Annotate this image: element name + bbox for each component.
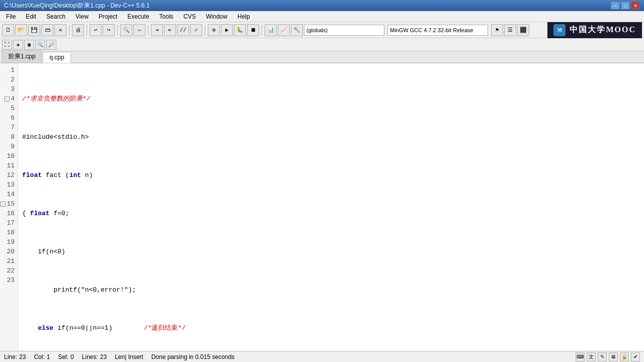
replace-button[interactable]: ↔ xyxy=(133,24,145,36)
status-icon-5[interactable]: 🔒 xyxy=(620,352,629,361)
logo-area: M 中国大学MOOC xyxy=(547,22,642,38)
close-button[interactable]: ✕ xyxy=(631,2,640,10)
compiler-dropdown[interactable]: MinGW GCC 4.7.2 32-bit Release xyxy=(387,25,488,36)
ln-14: 14 xyxy=(0,190,18,199)
len-insert-text: Len| Insert xyxy=(115,353,143,360)
tab-qcpp[interactable]: q.cpp xyxy=(43,52,70,63)
line-value: 23 xyxy=(19,353,26,360)
print-button[interactable]: 🖨 xyxy=(72,24,84,36)
redo-button[interactable]: ↪ xyxy=(103,24,115,36)
lines-label: Lines: xyxy=(82,353,98,360)
status-line: Line: 23 xyxy=(4,353,26,360)
status-icon-6[interactable]: ✔ xyxy=(631,352,640,361)
col-value: 1 xyxy=(47,353,50,360)
indent-button[interactable]: ⇥ xyxy=(151,24,163,36)
ln-16: 16 xyxy=(0,209,18,218)
code-line-4: { float f=0; xyxy=(22,209,640,218)
status-icon-2[interactable]: 文 xyxy=(587,352,596,361)
compile-button[interactable]: ⚙ xyxy=(208,24,220,36)
ln-19: 19 xyxy=(0,237,18,247)
tool1-button[interactable]: 🔧 xyxy=(291,24,303,36)
status-bar: Line: 23 Col: 1 Sel: 0 Lines: 23 Len| In… xyxy=(0,351,644,362)
new-button[interactable]: 🗋 xyxy=(2,24,14,36)
stop-button[interactable]: ⏹ xyxy=(247,24,259,36)
undo-button[interactable]: ↩ xyxy=(90,24,102,36)
fold-15[interactable]: − xyxy=(1,202,6,207)
ln-3: 3 xyxy=(0,84,18,94)
code-area[interactable]: /*求非负整数的阶乘*/ #include<stdio.h> float fac… xyxy=(18,63,644,351)
ln-1: 1 xyxy=(0,65,18,75)
done-text: Done parsing in 0.015 seconds xyxy=(151,353,234,360)
status-icon-3[interactable]: ✎ xyxy=(598,352,607,361)
run-button[interactable]: ▶ xyxy=(221,24,233,36)
debug-button[interactable]: 🐛 xyxy=(234,24,246,36)
unindent-button[interactable]: ⇤ xyxy=(164,24,176,36)
ln-5: 5 xyxy=(0,104,18,113)
logo-text: 中国大学MOOC xyxy=(570,25,636,35)
menu-help[interactable]: Help xyxy=(233,12,254,21)
status-lines: Lines: 23 xyxy=(82,353,107,360)
menu-search[interactable]: Search xyxy=(42,12,69,21)
separator-4 xyxy=(148,25,148,36)
ln-9: 9 xyxy=(0,142,18,151)
status-col: Col: 1 xyxy=(34,353,50,360)
ln-21: 21 xyxy=(0,256,18,266)
ln-15: −15 xyxy=(0,199,18,209)
separator-1 xyxy=(69,25,69,36)
chart-button[interactable]: 📈 xyxy=(278,24,290,36)
comment-button[interactable]: // xyxy=(177,24,189,36)
ln-22: 22 xyxy=(0,266,18,276)
menu-file[interactable]: File xyxy=(2,12,20,21)
col-label: Col: xyxy=(34,353,44,360)
tb2-btn3[interactable]: ▣ xyxy=(24,40,34,50)
ln-4: −4 xyxy=(0,94,18,104)
window-controls: ─ □ ✕ xyxy=(611,2,640,10)
sel-label: Sel: xyxy=(58,353,68,360)
save-button[interactable]: 💾 xyxy=(28,24,40,36)
status-icon-4[interactable]: 🖥 xyxy=(609,352,618,361)
globals-dropdown[interactable]: (globals) xyxy=(304,25,384,36)
tb-extra-1[interactable]: ⚑ xyxy=(491,24,503,36)
tb2-btn1[interactable]: ⛶ xyxy=(2,40,12,50)
ln-6: 6 xyxy=(0,113,18,123)
ln-2: 2 xyxy=(0,75,18,84)
uncomment-button[interactable]: ✓ xyxy=(190,24,202,36)
save-all-button[interactable]: 🗃 xyxy=(41,24,53,36)
ln-8: 8 xyxy=(0,132,18,142)
mooc-logo-icon: M xyxy=(553,24,566,36)
code-line-7: else if(n==0||n==1) /*递归结束*/ xyxy=(22,323,640,333)
line-numbers: 1 2 3 −4 5 6 7 8 9 10 11 12 13 14 −15 16… xyxy=(0,63,18,351)
ln-23: 23 xyxy=(0,276,18,285)
menu-cvs[interactable]: CVS xyxy=(180,12,200,21)
tb2-btn4[interactable]: 🔍 xyxy=(35,40,45,50)
editor-container: 1 2 3 −4 5 6 7 8 9 10 11 12 13 14 −15 16… xyxy=(0,63,644,351)
toolbar: 🗋 📂 💾 🗃 ✕ 🖨 ↩ ↪ 🔍 ↔ ⇥ ⇤ // ✓ ⚙ ▶ 🐛 ⏹ 📊 📈… xyxy=(0,22,644,38)
menu-execute[interactable]: Execute xyxy=(123,12,153,21)
separator-5 xyxy=(205,25,205,36)
status-icon-1[interactable]: ⌨ xyxy=(576,352,585,361)
tabs: 阶乘1.cpp q.cpp xyxy=(0,51,644,63)
profile-button[interactable]: 📊 xyxy=(265,24,277,36)
menu-project[interactable]: Project xyxy=(95,12,121,21)
close-file-button[interactable]: ✕ xyxy=(54,24,66,36)
minimize-button[interactable]: ─ xyxy=(611,2,620,10)
code-line-2: #include<stdio.h> xyxy=(22,132,640,142)
tb-extra-2[interactable]: ☰ xyxy=(504,24,516,36)
menu-window[interactable]: Window xyxy=(202,12,231,21)
tb2-btn5[interactable]: 🔎 xyxy=(46,40,56,50)
lines-value: 23 xyxy=(100,353,107,360)
ln-11: 11 xyxy=(0,161,18,170)
menu-tools[interactable]: Tools xyxy=(155,12,178,21)
open-button[interactable]: 📂 xyxy=(15,24,27,36)
tab-jiechengl[interactable]: 阶乘1.cpp xyxy=(2,50,42,62)
tb2-btn2[interactable]: ◈ xyxy=(13,40,23,50)
find-button[interactable]: 🔍 xyxy=(120,24,132,36)
title-text: C:\Users\XueQing\Desktop\阶乘1.cpp - Dev-C… xyxy=(4,2,611,10)
maximize-button[interactable]: □ xyxy=(621,2,630,10)
menu-view[interactable]: View xyxy=(71,12,93,21)
code-line-1: /*求非负整数的阶乘*/ xyxy=(22,94,640,104)
tb-extra-3[interactable]: ⬛ xyxy=(517,24,529,36)
code-comment-1: /*求非负整数的阶乘*/ xyxy=(22,94,90,104)
menu-edit[interactable]: Edit xyxy=(22,12,40,21)
fold-4[interactable]: − xyxy=(5,97,10,102)
